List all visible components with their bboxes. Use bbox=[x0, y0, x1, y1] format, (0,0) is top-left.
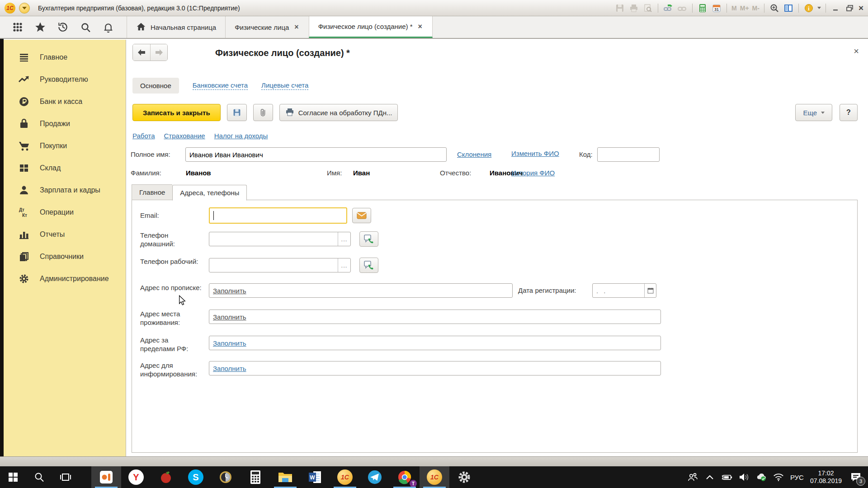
send-sms-button[interactable] bbox=[359, 258, 378, 273]
forward-button[interactable] bbox=[150, 44, 167, 61]
declensions-link[interactable]: Склонения bbox=[457, 150, 491, 158]
more-button[interactable]: Еще bbox=[795, 104, 832, 121]
address-informing-input[interactable]: Заполнить bbox=[209, 361, 661, 375]
send-email-button[interactable] bbox=[352, 208, 371, 223]
app-telegram-icon[interactable] bbox=[360, 466, 390, 488]
go-to-link-icon[interactable] bbox=[663, 3, 674, 13]
people-icon[interactable] bbox=[687, 472, 698, 483]
tab-home[interactable]: Начальная страница bbox=[127, 16, 225, 38]
app-calculator-icon[interactable] bbox=[241, 466, 270, 488]
nav-bank-accounts-link[interactable]: Банковские счета bbox=[193, 81, 248, 90]
language-indicator[interactable]: РУС bbox=[790, 474, 804, 481]
sidebar-item-glavnoe[interactable]: Главное bbox=[4, 46, 126, 68]
phone-home-input[interactable]: ... bbox=[209, 232, 351, 246]
send-sms-button[interactable] bbox=[359, 231, 378, 247]
fill-address-link[interactable]: Заполнить bbox=[213, 287, 246, 295]
calendar-picker-button[interactable] bbox=[644, 284, 656, 297]
subtab-main[interactable]: Главное bbox=[132, 184, 172, 200]
main-menu-button[interactable] bbox=[19, 3, 30, 14]
app-apple-red-icon[interactable] bbox=[151, 466, 181, 488]
save-icon[interactable] bbox=[614, 3, 625, 13]
choose-phone-button[interactable]: ... bbox=[338, 258, 350, 272]
sidebar-item-pokupki[interactable]: Покупки bbox=[4, 135, 126, 157]
sidebar-item-rukovoditelyu[interactable]: Руководителю bbox=[4, 68, 126, 90]
print-icon[interactable] bbox=[628, 3, 639, 13]
search-icon[interactable] bbox=[80, 21, 91, 33]
app-word-icon[interactable]: W bbox=[300, 466, 330, 488]
wifi-icon[interactable] bbox=[773, 472, 784, 483]
fill-address-link[interactable]: Заполнить bbox=[213, 313, 246, 321]
tab-fizicheskoe-lico-sozdanie[interactable]: Физическое лицо (создание) * × bbox=[309, 16, 433, 38]
notifications-bell-icon[interactable] bbox=[102, 21, 114, 33]
change-fio-link[interactable]: Изменить ФИО bbox=[511, 150, 559, 157]
tray-expand-chevron-icon[interactable] bbox=[704, 472, 715, 483]
volume-icon[interactable] bbox=[739, 472, 750, 483]
sidebar-item-otchety[interactable]: Отчеты bbox=[4, 223, 126, 245]
subtab-addresses[interactable]: Адреса, телефоны bbox=[172, 185, 247, 201]
app-chrome-icon[interactable]: T bbox=[390, 466, 420, 488]
sidebar-item-operacii[interactable]: ДтКт Операции bbox=[4, 201, 126, 223]
fill-address-link[interactable]: Заполнить bbox=[213, 365, 246, 372]
income-tax-link[interactable]: Налог на доходы bbox=[214, 132, 268, 140]
app-skype-icon[interactable]: S bbox=[181, 466, 211, 488]
memory-m-plus-button[interactable]: M+ bbox=[740, 5, 749, 12]
work-link[interactable]: Работа bbox=[132, 132, 155, 140]
chevron-down-icon[interactable] bbox=[817, 7, 821, 9]
full-name-input[interactable]: Иванов Иван Иванович bbox=[185, 147, 447, 162]
consent-pdn-button[interactable]: Согласие на обработку ПДн... bbox=[279, 104, 398, 121]
clock[interactable]: 17:02 07.08.2019 bbox=[810, 469, 842, 485]
history-icon[interactable] bbox=[57, 21, 69, 33]
get-link-icon[interactable] bbox=[677, 3, 688, 13]
attach-file-button[interactable] bbox=[253, 104, 273, 121]
help-button[interactable]: ? bbox=[840, 104, 858, 121]
app-clock-icon[interactable] bbox=[211, 466, 241, 488]
address-registration-input[interactable]: Заполнить bbox=[209, 283, 513, 298]
app-settings-gear-icon[interactable] bbox=[449, 466, 479, 488]
battery-icon[interactable] bbox=[722, 472, 732, 483]
start-button[interactable] bbox=[0, 466, 26, 488]
tools-grid-icon[interactable] bbox=[12, 21, 24, 33]
choose-phone-button[interactable]: ... bbox=[338, 232, 350, 246]
app-notes-icon[interactable] bbox=[91, 466, 121, 488]
tab-fizicheskie-lica[interactable]: Физические лица × bbox=[225, 16, 309, 38]
taskbar-search-button[interactable] bbox=[26, 466, 52, 488]
sidebar-item-prodazhi[interactable]: Продажи bbox=[4, 113, 126, 135]
cloud-sync-icon[interactable] bbox=[756, 472, 767, 483]
phone-work-input[interactable]: ... bbox=[209, 258, 351, 272]
email-input[interactable] bbox=[209, 207, 347, 224]
fio-history-link[interactable]: История ФИО bbox=[511, 169, 555, 177]
print-preview-icon[interactable] bbox=[642, 3, 653, 13]
sidebar-item-sklad[interactable]: Склад bbox=[4, 157, 126, 179]
fill-address-link[interactable]: Заполнить bbox=[213, 339, 246, 347]
close-tab-icon[interactable]: × bbox=[293, 23, 299, 31]
minimize-button[interactable] bbox=[830, 3, 841, 13]
app-one-c-active-icon[interactable]: 1С bbox=[420, 466, 449, 488]
calculator-icon[interactable] bbox=[697, 3, 708, 13]
app-file-explorer-icon[interactable] bbox=[270, 466, 300, 488]
insurance-link[interactable]: Страхование bbox=[164, 132, 205, 140]
restore-button[interactable] bbox=[844, 3, 855, 13]
app-one-c-icon[interactable]: 1С bbox=[330, 466, 360, 488]
code-input[interactable] bbox=[597, 147, 660, 162]
info-icon[interactable]: i bbox=[803, 3, 814, 13]
save-button[interactable] bbox=[227, 104, 247, 121]
memory-m-minus-button[interactable]: M- bbox=[752, 5, 760, 12]
nav-personal-accounts-link[interactable]: Лицевые счета bbox=[261, 81, 308, 90]
back-button[interactable] bbox=[133, 44, 150, 61]
nav-main[interactable]: Основное bbox=[132, 78, 179, 94]
sidebar-item-bank-i-kassa[interactable]: Банк и касса bbox=[4, 90, 126, 113]
sidebar-item-spravochniki[interactable]: Справочники bbox=[4, 245, 126, 267]
calendar-icon[interactable]: 31 bbox=[711, 3, 722, 13]
zoom-icon[interactable] bbox=[769, 3, 780, 13]
memory-m-button[interactable]: M bbox=[731, 5, 737, 12]
split-window-icon[interactable] bbox=[783, 3, 794, 13]
sidebar-item-administrirovanie[interactable]: Администрирование bbox=[4, 267, 126, 290]
save-and-close-button[interactable]: Записать и закрыть bbox=[132, 104, 221, 121]
sidebar-item-zarplata-i-kadry[interactable]: Зарплата и кадры bbox=[4, 179, 126, 201]
action-center-button[interactable]: 3 bbox=[848, 469, 863, 485]
task-view-button[interactable] bbox=[52, 466, 79, 488]
close-window-button[interactable]: × bbox=[859, 4, 863, 12]
close-form-button[interactable]: × bbox=[854, 46, 859, 56]
address-residence-input[interactable]: Заполнить bbox=[209, 310, 661, 324]
app-yandex-browser-icon[interactable]: Y bbox=[121, 466, 151, 488]
